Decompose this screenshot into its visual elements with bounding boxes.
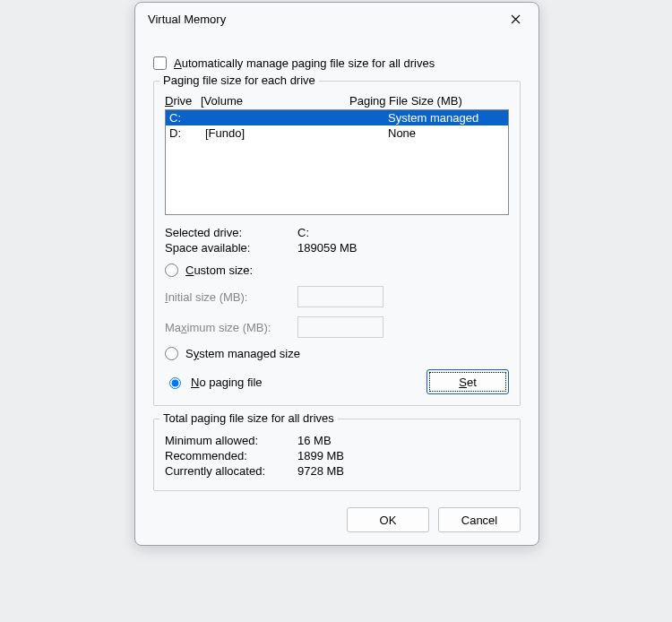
header-drive: Drive bbox=[165, 94, 201, 108]
totals-table: Minimum allowed: 16 MB Recommended: 1899… bbox=[165, 434, 509, 478]
system-managed-radio[interactable] bbox=[165, 347, 178, 360]
dialog-body: Automatically manage paging file size fo… bbox=[135, 35, 538, 545]
max-size-input[interactable] bbox=[297, 316, 383, 338]
selected-drive-value: C: bbox=[297, 226, 509, 239]
drive-letter: C: bbox=[169, 111, 205, 125]
space-available-label: Space available: bbox=[165, 241, 297, 255]
close-icon bbox=[511, 14, 521, 24]
max-size-row: Maximum size (MB): bbox=[165, 316, 509, 338]
initial-size-row: Initial size (MB): bbox=[165, 286, 509, 307]
paging-file-group: Paging file size for each drive Drive [V… bbox=[153, 81, 521, 406]
selected-drive-label: Selected drive: bbox=[165, 226, 297, 239]
header-paging-file-size: Paging File Size (MB) bbox=[349, 94, 509, 108]
custom-size-label: Custom size: bbox=[185, 263, 253, 277]
virtual-memory-dialog: Virtual Memory Automatically manage pagi… bbox=[134, 2, 539, 546]
no-paging-set-row: No paging file Set bbox=[165, 369, 509, 394]
auto-manage-label: Automatically manage paging file size fo… bbox=[174, 56, 435, 70]
currently-allocated-label: Currently allocated: bbox=[165, 464, 297, 478]
selected-drive-info: Selected drive: C: Space available: 1890… bbox=[165, 226, 509, 255]
titlebar: Virtual Memory bbox=[135, 3, 538, 35]
drive-paging-size: System managed bbox=[388, 111, 504, 125]
drive-row[interactable]: D:[Fundo]None bbox=[166, 125, 508, 141]
drive-letter: D: bbox=[169, 126, 205, 140]
paging-file-legend: Paging file size for each drive bbox=[159, 73, 319, 87]
custom-size-row[interactable]: Custom size: bbox=[165, 263, 509, 277]
drive-paging-size: None bbox=[388, 126, 504, 140]
min-allowed-value: 16 MB bbox=[297, 434, 509, 447]
dialog-title: Virtual Memory bbox=[148, 13, 226, 26]
system-managed-row[interactable]: System managed size bbox=[165, 347, 509, 360]
drive-list-header: Drive [Volume Paging File Size (MB) bbox=[165, 94, 509, 108]
header-volume: [Volume bbox=[201, 94, 349, 108]
max-size-label: Maximum size (MB): bbox=[165, 321, 297, 334]
no-paging-label: No paging file bbox=[191, 376, 263, 389]
system-managed-label: System managed size bbox=[185, 347, 300, 360]
cancel-button[interactable]: Cancel bbox=[438, 507, 521, 532]
no-paging-row[interactable]: No paging file bbox=[165, 375, 263, 389]
drive-list[interactable]: C:System managedD:[Fundo]None bbox=[165, 109, 509, 215]
total-paging-group: Total paging file size for all drives Mi… bbox=[153, 419, 521, 491]
space-available-value: 189059 MB bbox=[297, 241, 509, 255]
total-paging-legend: Total paging file size for all drives bbox=[159, 411, 338, 425]
drive-volume bbox=[205, 111, 388, 125]
custom-size-radio[interactable] bbox=[165, 263, 178, 277]
recommended-label: Recommended: bbox=[165, 449, 297, 462]
drive-volume: [Fundo] bbox=[205, 126, 388, 140]
auto-manage-row[interactable]: Automatically manage paging file size fo… bbox=[153, 56, 521, 70]
recommended-value: 1899 MB bbox=[297, 449, 509, 462]
min-allowed-label: Minimum allowed: bbox=[165, 434, 297, 447]
close-button[interactable] bbox=[503, 8, 528, 30]
dialog-buttons: OK Cancel bbox=[153, 507, 521, 532]
initial-size-label: Initial size (MB): bbox=[165, 290, 297, 304]
drive-row[interactable]: C:System managed bbox=[166, 110, 508, 125]
initial-size-input[interactable] bbox=[297, 286, 383, 307]
ok-button[interactable]: OK bbox=[347, 507, 429, 532]
set-button[interactable]: Set bbox=[426, 369, 509, 394]
no-paging-radio[interactable] bbox=[169, 377, 181, 389]
currently-allocated-value: 9728 MB bbox=[297, 464, 509, 478]
auto-manage-checkbox[interactable] bbox=[153, 56, 167, 70]
